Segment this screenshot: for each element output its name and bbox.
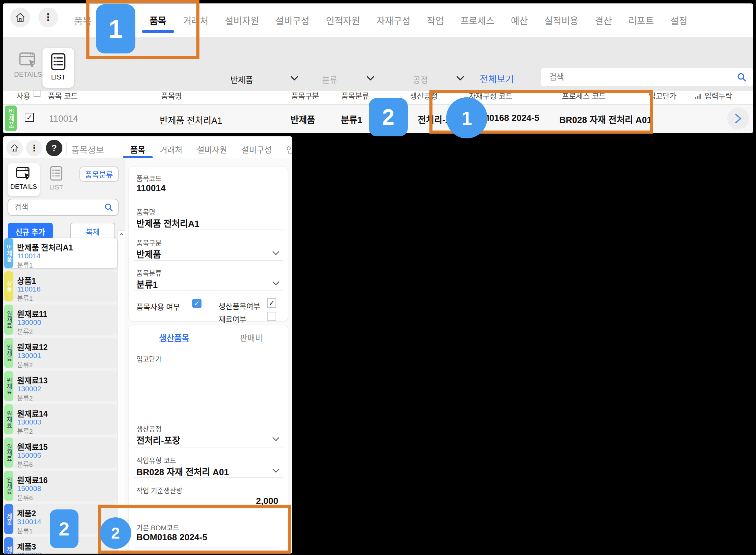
item-name: 원재료12 bbox=[17, 341, 48, 353]
item-name: 원재료14 bbox=[17, 407, 48, 419]
menu-button[interactable]: ⋮ bbox=[26, 140, 42, 156]
work-type-select[interactable]: BR028 자재 전처리 A01 bbox=[136, 465, 229, 478]
col-header-missing[interactable]: 입력누락 bbox=[705, 90, 732, 101]
item-category-button[interactable]: 품목분류 bbox=[80, 166, 119, 182]
chevron-down-icon[interactable] bbox=[272, 251, 280, 255]
list-item[interactable]: 원재료 원재료13 130002 분류2 bbox=[4, 371, 117, 401]
item-code: 130003 bbox=[17, 418, 41, 426]
menu-button[interactable]: ⋮ bbox=[38, 8, 58, 27]
chevron-down-icon[interactable] bbox=[272, 468, 280, 473]
material-flag-checkbox[interactable] bbox=[267, 312, 276, 321]
nav-tab[interactable]: 자재구성 bbox=[376, 14, 410, 27]
nav-tab[interactable]: 프로세스 bbox=[460, 14, 494, 27]
search-icon[interactable] bbox=[104, 203, 113, 212]
col-header-use[interactable]: 사용 bbox=[16, 90, 30, 101]
list-item[interactable]: 원재료 원재료11 130000 분류2 bbox=[4, 305, 117, 335]
scroll-up-icon[interactable] bbox=[119, 233, 124, 236]
item-category-select[interactable]: 분류1 bbox=[136, 278, 158, 290]
chevron-down-icon[interactable] bbox=[456, 75, 465, 81]
nav-tab[interactable]: 리포트 bbox=[629, 14, 654, 27]
chevron-down-icon[interactable] bbox=[290, 75, 299, 81]
item-category: 분류1 bbox=[17, 260, 33, 269]
select-all-checkbox[interactable] bbox=[34, 90, 40, 97]
chevron-down-icon[interactable] bbox=[366, 75, 375, 81]
item-category: 분류6 bbox=[17, 493, 33, 502]
item-type-tag: 원재료 bbox=[4, 338, 13, 368]
process-select[interactable]: 전처리-포장 bbox=[136, 433, 180, 446]
help-button[interactable]: ? bbox=[46, 140, 62, 156]
list-item[interactable]: 원재료 원재료12 130001 분류2 bbox=[4, 338, 117, 368]
item-type-select[interactable]: 반제품 bbox=[136, 247, 161, 260]
nav-tab[interactable]: 인적자원 bbox=[326, 14, 360, 27]
nav-tab[interactable]: 실적비용 bbox=[544, 14, 578, 27]
field-label: 작업 기준생산량 bbox=[136, 485, 182, 495]
item-type-tag: 상품 bbox=[4, 271, 13, 301]
nav-tab[interactable]: 설비자원 bbox=[225, 14, 259, 27]
row-type-tag: 반제품 bbox=[5, 106, 17, 131]
home-button[interactable] bbox=[6, 140, 23, 156]
item-code: 310014 bbox=[17, 518, 41, 526]
tab-sales-cost[interactable]: 판매비 bbox=[240, 331, 263, 343]
filter-process[interactable]: 공정 bbox=[413, 73, 428, 85]
col-header-code[interactable]: 품목 코드 bbox=[48, 90, 78, 101]
sidebar-search-input[interactable] bbox=[8, 203, 104, 212]
item-name-value[interactable]: 반제품 전처리A1 bbox=[136, 217, 199, 229]
field-label: 입고단가 bbox=[136, 354, 162, 364]
row-open-button[interactable] bbox=[727, 108, 749, 130]
item-type-tag: 원재료 bbox=[4, 471, 13, 501]
row-use-checkbox[interactable] bbox=[25, 113, 34, 122]
sidebar-search-bar[interactable] bbox=[8, 199, 119, 216]
col-header-name[interactable]: 품목명 bbox=[161, 90, 182, 101]
item-name: 반제품 전처리A1 bbox=[17, 241, 73, 253]
item-type-tag: 반제품 bbox=[4, 238, 13, 268]
production-flag-checkbox[interactable] bbox=[267, 298, 276, 308]
list-item[interactable]: 원재료 원재료16 150008 분류6 bbox=[4, 471, 117, 501]
search-icon[interactable] bbox=[737, 72, 746, 82]
divider bbox=[134, 291, 283, 291]
item-category: 분류2 bbox=[17, 426, 33, 435]
details-view-button[interactable]: DETAILS bbox=[13, 52, 43, 78]
nav-tab[interactable]: 설비구성 bbox=[276, 14, 309, 27]
home-button[interactable] bbox=[10, 8, 30, 27]
screenshot-stage: ⋮ 품목 품목거래처설비자원설비구성인적자원자재구성작업프로세스예산실적비용결산… bbox=[0, 0, 756, 555]
item-code-value[interactable]: 110014 bbox=[136, 183, 166, 194]
nav-tab[interactable]: 거래처 bbox=[160, 143, 182, 155]
col-header-unit-price[interactable]: 입고단가 bbox=[649, 90, 676, 101]
item-name: 원재료11 bbox=[17, 308, 47, 319]
item-code: 130000 bbox=[17, 318, 41, 326]
list-item[interactable]: 원재료 원재료15 150006 분류6 bbox=[4, 437, 117, 468]
add-new-button[interactable]: 신규 추가 bbox=[8, 223, 53, 239]
nav-tab[interactable]: 결산 bbox=[595, 14, 612, 27]
chevron-down-icon[interactable] bbox=[272, 281, 280, 285]
view-all-link[interactable]: 전체보기 bbox=[480, 72, 514, 85]
tab-production-item[interactable]: 생산품목 bbox=[159, 331, 189, 343]
details-view-button[interactable]: DETAILS bbox=[8, 163, 40, 196]
list-view-button[interactable]: LIST bbox=[43, 166, 69, 191]
nav-tab[interactable]: 예산 bbox=[511, 14, 528, 27]
list-item[interactable]: 반제품 반제품 전처리A1 110014 분류1 bbox=[4, 238, 117, 268]
filter-item-type[interactable]: 반제품 bbox=[230, 73, 253, 85]
list-item[interactable]: 상품 상품1 110016 분류1 bbox=[4, 271, 117, 301]
kebab-menu-icon: ⋮ bbox=[30, 144, 39, 152]
chevron-down-icon[interactable] bbox=[272, 437, 280, 441]
nav-tab[interactable]: 설비자원 bbox=[197, 143, 227, 155]
nav-tab[interactable]: 인적자원 bbox=[286, 143, 292, 155]
list-view-button[interactable]: LIST bbox=[42, 48, 74, 88]
nav-tab[interactable]: 작업 bbox=[427, 14, 444, 27]
use-flag-label: 품목사용 여부 bbox=[136, 301, 180, 312]
details-icon bbox=[16, 166, 32, 180]
nav-tab[interactable]: 설비구성 bbox=[242, 143, 272, 155]
item-type-tag: 제품 bbox=[4, 504, 13, 534]
search-input[interactable] bbox=[541, 72, 737, 82]
item-code: 110014 bbox=[17, 252, 41, 260]
search-bar[interactable] bbox=[541, 68, 753, 86]
field-label: 생산공정 bbox=[136, 424, 162, 434]
col-header-category[interactable]: 품목분류 bbox=[341, 90, 369, 101]
filter-category[interactable]: 분류 bbox=[322, 73, 337, 85]
col-header-type[interactable]: 품목구분 bbox=[291, 90, 319, 101]
nav-tab[interactable]: 품목 bbox=[130, 143, 145, 155]
list-item[interactable]: 원재료 원재료14 130003 분류2 bbox=[4, 404, 117, 434]
use-flag-checkbox[interactable] bbox=[192, 299, 202, 308]
duplicate-button[interactable]: 복제 bbox=[70, 223, 115, 239]
nav-tab[interactable]: 설정 bbox=[670, 14, 687, 27]
